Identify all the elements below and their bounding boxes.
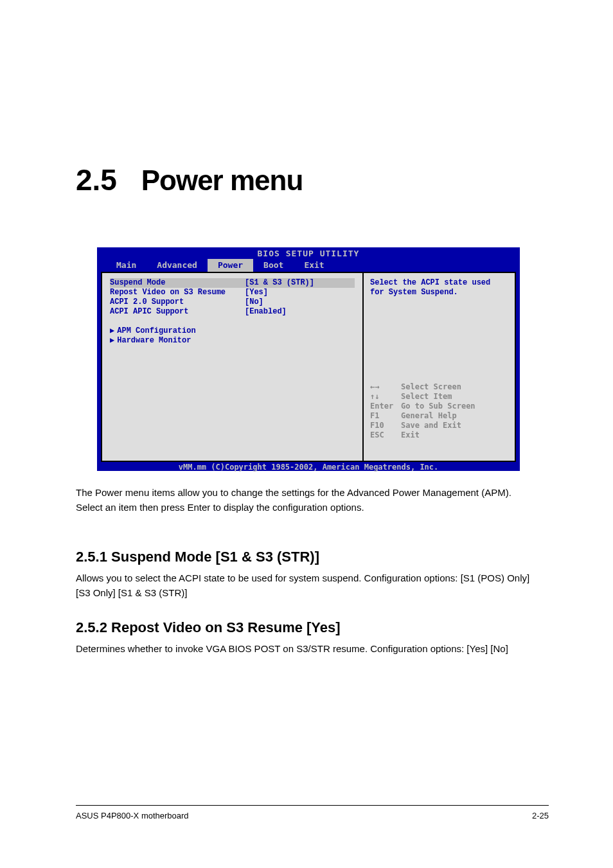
spacer — [110, 317, 355, 326]
setting-repost-video[interactable]: Repost Video on S3 Resume [Yes] — [110, 288, 355, 297]
nav-desc: Go to Sub Screen — [401, 402, 475, 411]
section-title: Power menu — [125, 164, 303, 196]
section-number: 2.5 — [76, 163, 117, 197]
nav-desc: General Help — [401, 411, 457, 420]
page-footer: ASUS P4P800-X motherboard 2-25 — [76, 805, 549, 820]
subsection-body-1: Allows you to select the ACPI state to b… — [76, 571, 538, 601]
setting-label: ACPI APIC Support — [110, 307, 245, 317]
nav-key: F10 — [370, 421, 401, 430]
setting-label: Repost Video on S3 Resume — [110, 288, 245, 297]
setting-acpi-20[interactable]: ACPI 2.0 Support [No] — [110, 297, 355, 307]
subsection-heading-2: 2.5.2 Repost Video on S3 Resume [Yes] — [76, 619, 341, 636]
tab-advanced[interactable]: Advanced — [147, 259, 208, 272]
setting-acpi-apic[interactable]: ACPI APIC Support [Enabled] — [110, 307, 355, 317]
footer-right: 2-25 — [532, 811, 549, 820]
submenu-apm[interactable]: ▶APM Configuration — [110, 326, 355, 336]
bios-screenshot: BIOS SETUP UTILITY Main Advanced Power B… — [97, 247, 520, 471]
nav-desc: Save and Exit — [401, 421, 461, 430]
nav-key: F1 — [370, 411, 401, 421]
bios-footer: vMM.mm (C)Copyright 1985-2002, American … — [98, 462, 519, 472]
subsection-body-2: Determines whether to invoke VGA BIOS PO… — [76, 641, 538, 656]
submenu-label: APM Configuration — [117, 326, 195, 335]
nav-desc: Select Screen — [401, 382, 461, 391]
setting-label: Suspend Mode — [110, 278, 245, 288]
nav-desc: Select Item — [401, 392, 452, 401]
tab-boot[interactable]: Boot — [253, 259, 294, 272]
setting-suspend-mode[interactable]: Suspend Mode [S1 & S3 (STR)] — [110, 278, 355, 288]
setting-label: ACPI 2.0 Support — [110, 297, 245, 307]
triangle-icon: ▶ — [110, 326, 114, 336]
setting-value: [S1 & S3 (STR)] — [245, 278, 314, 288]
bios-settings-panel: Suspend Mode [S1 & S3 (STR)] Repost Vide… — [101, 272, 363, 462]
tab-exit[interactable]: Exit — [294, 259, 334, 272]
tab-main[interactable]: Main — [106, 259, 147, 272]
subsection-heading-1: 2.5.1 Suspend Mode [S1 & S3 (STR)] — [76, 549, 319, 565]
setting-value: [No] — [245, 297, 263, 307]
tab-power[interactable]: Power — [208, 259, 253, 272]
bios-tabs: Main Advanced Power Boot Exit — [106, 259, 335, 272]
nav-key: ←→ — [370, 382, 401, 392]
setting-value: [Enabled] — [245, 307, 287, 317]
section-heading: 2.5 Power menu — [76, 163, 303, 197]
bios-help-panel: Select the ACPI state used for System Su… — [363, 272, 516, 462]
bios-help-text: Select the ACPI state used for System Su… — [370, 278, 508, 297]
footer-left: ASUS P4P800-X motherboard — [76, 811, 189, 820]
nav-key: Enter — [370, 402, 401, 411]
nav-key: ESC — [370, 430, 401, 440]
bios-title: BIOS SETUP UTILITY — [98, 249, 519, 258]
triangle-icon: ▶ — [110, 336, 114, 346]
bios-nav-help: ←→Select Screen ↑↓Select Item EnterGo to… — [370, 382, 475, 440]
submenu-hardware-monitor[interactable]: ▶Hardware Monitor — [110, 336, 355, 346]
nav-desc: Exit — [401, 430, 420, 439]
intro-paragraph: The Power menu items allow you to change… — [76, 486, 538, 515]
submenu-label: Hardware Monitor — [117, 336, 191, 345]
nav-key: ↑↓ — [370, 392, 401, 402]
setting-value: [Yes] — [245, 288, 268, 297]
